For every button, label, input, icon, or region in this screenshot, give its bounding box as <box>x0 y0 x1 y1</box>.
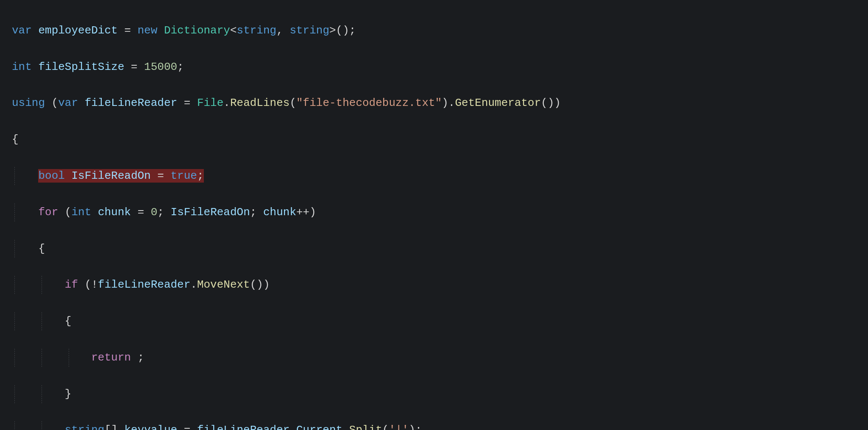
identifier: chunk <box>98 206 131 219</box>
brace-open: { <box>12 133 19 146</box>
code-line: var employeeDict = new Dictionary<string… <box>12 22 868 40</box>
brace-close: } <box>65 388 72 400</box>
char-literal: '|' <box>389 424 409 430</box>
code-editor[interactable]: var employeeDict = new Dictionary<string… <box>0 0 868 430</box>
indent-guide <box>14 312 15 330</box>
identifier: employeeDict <box>38 24 117 37</box>
keyword-if: if <box>65 278 78 291</box>
keyword-return: return <box>91 351 131 364</box>
keyword-string: string <box>65 424 105 430</box>
method-name: GetEnumerator <box>455 97 541 109</box>
indent-guide <box>42 349 42 367</box>
brace-open: { <box>38 242 45 255</box>
number-literal: 15000 <box>144 61 177 73</box>
identifier: fileLineReader <box>85 97 177 109</box>
keyword-var: var <box>12 24 32 37</box>
method-name: MoveNext <box>197 278 250 291</box>
indent-guide <box>14 167 15 185</box>
indent-guide <box>42 421 42 430</box>
highlighted-code: bool IsFileReadOn = true; <box>38 169 203 183</box>
indent-guide <box>14 349 15 367</box>
type-name: Dictionary <box>164 24 230 37</box>
code-line: { <box>12 312 868 330</box>
keyword-new: new <box>137 24 157 37</box>
indent-guide <box>14 385 15 403</box>
code-line: bool IsFileReadOn = true; <box>12 167 868 185</box>
keyword-for: for <box>38 206 58 219</box>
code-line: for (int chunk = 0; IsFileReadOn; chunk+… <box>12 203 868 222</box>
code-line: if (!fileLineReader.MoveNext()) <box>12 276 868 294</box>
indent-guide <box>14 203 15 222</box>
indent-guide <box>42 312 42 330</box>
code-line: string[] keyvalue = fileLineReader.Curre… <box>12 421 868 430</box>
identifier: fileLineReader <box>98 278 190 291</box>
code-line: } <box>12 385 868 403</box>
type-name: File <box>197 97 223 109</box>
indent-guide <box>14 421 15 430</box>
indent-guide <box>69 349 69 367</box>
code-line: { <box>12 130 868 149</box>
keyword-using: using <box>12 97 45 109</box>
code-line: int fileSplitSize = 15000; <box>12 58 868 76</box>
indent-guide <box>14 276 15 294</box>
string-literal: "file-thecodebuzz.txt" <box>296 97 442 109</box>
code-line: using (var fileLineReader = File.ReadLin… <box>12 94 868 112</box>
code-line: { <box>12 240 868 258</box>
identifier: fileSplitSize <box>38 61 124 73</box>
indent-guide <box>42 385 42 403</box>
identifier: keyvalue <box>124 424 177 430</box>
indent-guide <box>42 276 42 294</box>
brace-open: { <box>65 315 72 327</box>
keyword-int: int <box>12 61 32 73</box>
method-name: ReadLines <box>230 97 289 109</box>
code-line: return ; <box>12 349 868 367</box>
method-name: Split <box>349 424 382 430</box>
indent-guide <box>14 240 15 258</box>
